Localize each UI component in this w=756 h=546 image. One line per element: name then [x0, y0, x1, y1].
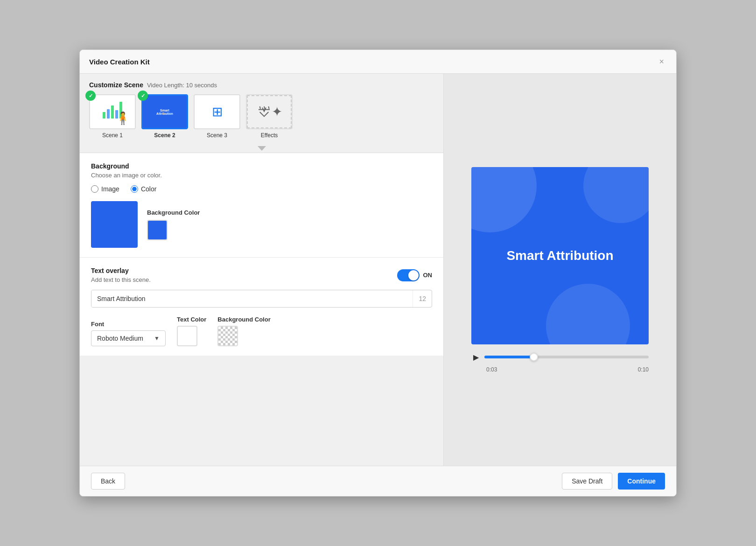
circle-decoration-tr — [583, 167, 649, 223]
effects-thumbnail-inner: ✦ — [247, 95, 292, 128]
color-radio-text: Color — [141, 185, 156, 193]
text-overlay-title: Text overlay — [91, 267, 151, 274]
overlay-bg-color-group: Background Color — [217, 316, 270, 346]
effects-label: Effects — [261, 132, 278, 139]
close-button[interactable]: × — [656, 56, 667, 67]
sparkles-icon: ✦ — [272, 104, 282, 119]
scene2-preview-text: SmartAttribution — [156, 109, 173, 115]
progress-track[interactable] — [484, 356, 649, 358]
circle-decoration-tl — [471, 167, 537, 232]
video-creation-kit-dialog: Video Creation Kit × Customize Scene Vid… — [79, 49, 677, 497]
bg-color-picker-group: Background Color — [147, 209, 200, 240]
video-length: Video Length: 10 seconds — [147, 82, 217, 89]
effects-thumb: ✦ — [246, 94, 293, 129]
font-row: Font Roboto Medium ▼ Text Color Backgrou… — [91, 316, 432, 346]
scene1-thumbnail-inner: 🧍 — [90, 95, 135, 128]
scenes-section: Customize Scene Video Length: 10 seconds… — [80, 74, 443, 153]
bg-color-label: Background Color — [147, 209, 200, 216]
circle-decoration-br — [546, 284, 630, 344]
scene1-check: ✓ — [85, 91, 96, 101]
toggle-on-label: ON — [423, 272, 433, 279]
scene3-thumb: ⊞ — [194, 94, 240, 129]
footer-right: Save Draft Continue — [562, 473, 665, 490]
background-section: Background Choose an image or color. Ima… — [80, 153, 443, 258]
bg-color-preview — [91, 201, 138, 248]
font-select[interactable]: Roboto Medium ▼ — [91, 330, 166, 346]
bg-color-row: Background Color — [91, 201, 432, 248]
time-current: 0:03 — [486, 366, 497, 373]
text-input-row: 12 — [91, 290, 432, 308]
toggle-row: ON — [397, 269, 433, 281]
text-overlay-toggle[interactable] — [397, 269, 420, 281]
text-overlay-subtitle: Add text to this scene. — [91, 276, 151, 283]
progress-bar-wrap: ▶ — [471, 351, 649, 364]
scenes-title: Customize Scene — [89, 81, 143, 89]
playback-controls: ▶ 0:03 0:10 — [471, 351, 649, 373]
scene2-item[interactable]: ✓ SmartAttribution Scene 2 — [141, 94, 188, 139]
effects-icon — [257, 105, 272, 119]
scene2-check: ✓ — [138, 91, 148, 101]
font-value: Roboto Medium — [97, 335, 143, 342]
image-radio-text: Image — [101, 185, 119, 193]
text-color-swatch[interactable] — [177, 326, 197, 346]
scene3-label: Scene 3 — [207, 132, 227, 139]
image-radio[interactable] — [91, 185, 98, 193]
scene2-thumb: SmartAttribution — [141, 94, 188, 129]
scene3-icon: ⊞ — [212, 104, 223, 119]
overlay-bg-color-label: Background Color — [217, 316, 270, 323]
char-count: 12 — [413, 290, 432, 307]
scenes-row: ✓ — [89, 94, 434, 144]
color-radio[interactable] — [131, 185, 138, 193]
toggle-knob — [408, 270, 419, 280]
scene3-item[interactable]: ⊞ Scene 3 — [194, 94, 240, 139]
svg-marker-0 — [258, 146, 266, 151]
scene3-thumbnail-inner: ⊞ — [195, 95, 239, 128]
text-overlay-header: Text overlay Add text to this scene. ON — [91, 267, 432, 283]
dropdown-arrow-icon: ▼ — [154, 335, 160, 342]
scene2-label: Scene 2 — [154, 132, 175, 139]
image-radio-label[interactable]: Image — [91, 185, 119, 193]
font-label: Font — [91, 321, 166, 328]
time-total: 0:10 — [638, 366, 649, 373]
overlay-text-input[interactable] — [91, 290, 413, 307]
bg-color-swatch[interactable] — [147, 220, 168, 240]
scene1-label: Scene 1 — [102, 132, 123, 139]
video-preview: Smart Attribution — [471, 167, 649, 344]
text-color-group: Text Color — [177, 316, 206, 346]
scene1-item[interactable]: ✓ — [89, 94, 136, 139]
dialog-body: Customize Scene Video Length: 10 seconds… — [80, 74, 676, 466]
dialog-title: Video Creation Kit — [89, 58, 150, 66]
caret-indicator — [89, 144, 434, 153]
scenes-header: Customize Scene Video Length: 10 seconds — [89, 81, 434, 89]
save-draft-button[interactable]: Save Draft — [562, 473, 612, 490]
text-color-label: Text Color — [177, 316, 206, 323]
play-button[interactable]: ▶ — [471, 351, 481, 364]
dialog-header: Video Creation Kit × — [80, 50, 676, 74]
progress-fill — [484, 356, 534, 358]
time-labels: 0:03 0:10 — [471, 366, 649, 373]
progress-thumb — [530, 353, 538, 361]
font-group: Font Roboto Medium ▼ — [91, 321, 166, 346]
right-panel: Smart Attribution ▶ 0:03 0:10 — [444, 74, 676, 466]
color-radio-label[interactable]: Color — [131, 185, 156, 193]
background-subtitle: Choose an image or color. — [91, 172, 432, 179]
overlay-bg-color-swatch[interactable] — [217, 326, 238, 346]
scene2-thumbnail-inner: SmartAttribution — [143, 96, 187, 128]
text-overlay-section: Text overlay Add text to this scene. ON … — [80, 258, 443, 356]
preview-text: Smart Attribution — [506, 248, 613, 263]
background-type-radio-group: Image Color — [91, 185, 432, 193]
background-title: Background — [91, 162, 432, 170]
continue-button[interactable]: Continue — [618, 473, 665, 490]
dialog-footer: Back Save Draft Continue — [80, 466, 676, 496]
left-panel: Customize Scene Video Length: 10 seconds… — [80, 74, 444, 466]
back-button[interactable]: Back — [91, 473, 125, 490]
effects-item[interactable]: ✦ Effects — [246, 94, 293, 139]
text-overlay-title-group: Text overlay Add text to this scene. — [91, 267, 151, 283]
scene1-thumb: 🧍 — [89, 94, 136, 129]
